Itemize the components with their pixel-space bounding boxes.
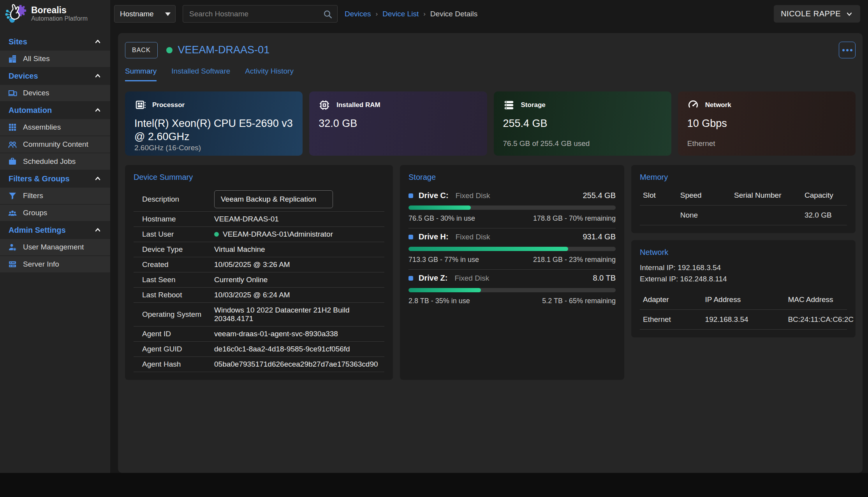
- sidebar-item-label: Community Content: [23, 140, 88, 149]
- drive-used-text: 76.5 GB - 30% in use: [408, 214, 475, 223]
- memory-col-capacity: Capacity: [801, 187, 847, 205]
- memory-col-serial: Serial Number: [731, 187, 801, 205]
- breadcrumb-devices[interactable]: Devices: [345, 10, 371, 18]
- sidebar-section-devices[interactable]: Devices: [0, 67, 110, 84]
- drive-type: Fixed Disk: [456, 191, 490, 200]
- tab-summary[interactable]: Summary: [125, 67, 157, 81]
- gauge-icon: [687, 99, 699, 111]
- sidebar-section-sites[interactable]: Sites: [0, 33, 110, 50]
- search-field-selected: Hostname: [120, 10, 154, 18]
- drive-used-text: 2.8 TB - 35% in use: [408, 297, 470, 305]
- row-label: Device Type: [142, 245, 214, 254]
- row-label: Last Seen: [142, 276, 214, 284]
- chevron-up-icon: [94, 38, 102, 46]
- sidebar-item-user-management[interactable]: User Management: [0, 239, 110, 256]
- row-value: VEEAM-DRAAS-01: [214, 215, 279, 223]
- chevron-up-icon: [94, 226, 102, 234]
- search-field-selector[interactable]: Hostname: [114, 5, 176, 23]
- breadcrumb-device-list[interactable]: Device List: [382, 10, 419, 18]
- sidebar-section-automation[interactable]: Automation: [0, 102, 110, 119]
- storage-stack-icon: [503, 99, 515, 111]
- sidebar-item-community-content[interactable]: Community Content: [0, 136, 110, 153]
- sidebar-item-groups[interactable]: Groups: [0, 204, 110, 221]
- drive-name: Drive H:: [419, 232, 449, 241]
- sidebar-item-label: Filters: [23, 191, 43, 200]
- chevron-up-icon: [94, 175, 102, 183]
- sidebar-item-filters[interactable]: Filters: [0, 187, 110, 204]
- card-label: Network: [705, 101, 731, 109]
- card-footer: 2.60GHz (16-Cores): [134, 144, 293, 152]
- section-label: Filters & Groups: [9, 174, 70, 183]
- summary-row-last-reboot: Last Reboot 10/03/2025 @ 6:24 AM: [134, 288, 384, 303]
- row-value: Windows 10 2022 Datacenter 21H2 Build 20…: [214, 306, 384, 323]
- tab-installed-software[interactable]: Installed Software: [171, 67, 230, 81]
- memory-cell-serial: [731, 205, 801, 225]
- drive-type: Fixed Disk: [454, 274, 489, 283]
- card-value: 10 Gbps: [687, 117, 846, 130]
- ram-chip-icon: [319, 99, 330, 111]
- sidebar-item-devices[interactable]: Devices: [0, 84, 110, 102]
- device-tabs: Summary Installed Software Activity Hist…: [125, 67, 856, 81]
- row-value: 10/03/2025 @ 6:24 AM: [214, 291, 290, 299]
- section-label: Admin Settings: [9, 226, 66, 235]
- section-label: Automation: [9, 106, 52, 115]
- card-value: 32.0 GB: [319, 117, 477, 130]
- chevron-up-icon: [94, 72, 102, 80]
- storage-panel-title: Storage: [408, 173, 616, 182]
- search-icon[interactable]: [323, 9, 333, 19]
- grid-icon: [8, 123, 17, 132]
- row-value: veeam-draas-01-agent-svc-8930a338: [214, 330, 338, 338]
- topbar: Hostname Devices › Device List › Device …: [110, 0, 868, 28]
- row-label: Created: [142, 260, 214, 269]
- group-icon: [8, 208, 17, 218]
- device-title-group: VEEAM-DRAAS-01: [166, 44, 270, 56]
- section-label: Devices: [9, 72, 38, 81]
- breadcrumb: Devices › Device List › Device Details: [345, 10, 477, 18]
- back-button[interactable]: BACK: [125, 42, 158, 58]
- summary-row-agent-guid: Agent GUID de16c0c1-8aa2-4d18-9585-9ce91…: [134, 342, 384, 357]
- row-value: 05ba0e7935171d626ecea29b27d7ae175363cd90: [214, 360, 378, 369]
- drive-size: 255.4 GB: [583, 191, 616, 200]
- brand-logo: Borealis Automation Platform: [0, 0, 110, 28]
- stat-cards-row: Processor Intel(R) Xeon(R) CPU E5-2690 v…: [125, 91, 856, 156]
- summary-row-description: Description: [134, 187, 384, 212]
- description-input[interactable]: [214, 190, 333, 208]
- summary-row-agent-hash: Agent Hash 05ba0e7935171d626ecea29b27d7a…: [134, 357, 384, 372]
- sidebar-item-scheduled-jobs[interactable]: Scheduled Jobs: [0, 153, 110, 170]
- memory-cell-slot: [640, 205, 677, 225]
- sidebar-nav: Sites All Sites Devices Devi: [0, 33, 110, 273]
- row-value: de16c0c1-8aa2-4d18-9585-9ce91cf056fd: [214, 345, 350, 353]
- row-label: Last Reboot: [142, 291, 214, 299]
- online-status-dot: [214, 232, 219, 237]
- devices-icon: [8, 88, 17, 98]
- drive-row-c: Drive C: Fixed Disk 255.4 GB 76.5 GB - 3…: [408, 187, 616, 228]
- device-details-panel: BACK VEEAM-DRAAS-01 Summary Installed So…: [118, 33, 863, 473]
- funnel-icon: [8, 191, 17, 200]
- main-wrap: BACK VEEAM-DRAAS-01 Summary Installed So…: [110, 28, 868, 473]
- sidebar-item-label: Scheduled Jobs: [23, 157, 76, 166]
- content-region: Hostname Devices › Device List › Device …: [110, 0, 868, 473]
- row-value: Currently Online: [214, 276, 268, 284]
- drive-type: Fixed Disk: [456, 233, 490, 241]
- card-footer: 76.5 GB of 255.4 GB used: [503, 139, 662, 148]
- sidebar-section-filters-groups[interactable]: Filters & Groups: [0, 170, 110, 187]
- network-cell-adapter: Ethernet: [640, 309, 702, 330]
- sidebar-item-assemblies[interactable]: Assemblies: [0, 119, 110, 136]
- tab-activity-history[interactable]: Activity History: [245, 67, 294, 81]
- external-ip-value: 162.248.8.114: [680, 275, 727, 283]
- sidebar-item-server-info[interactable]: Server Info: [0, 256, 110, 273]
- breadcrumb-separator: ›: [423, 10, 426, 18]
- user-menu-button[interactable]: NICOLE RAPPE: [774, 5, 860, 23]
- sidebar-section-admin-settings[interactable]: Admin Settings: [0, 221, 110, 239]
- internal-ip-line: Internal IP: 192.168.3.54: [640, 262, 847, 274]
- sidebar-item-label: All Sites: [23, 54, 50, 63]
- chevron-down-icon: [845, 10, 853, 18]
- search-input[interactable]: [183, 5, 337, 22]
- brand-text: Borealis Automation Platform: [31, 5, 88, 22]
- drive-usage-bar: [408, 288, 616, 292]
- drive-remaining-text: 178.8 GB - 70% remaining: [533, 214, 616, 223]
- more-actions-button[interactable]: [839, 42, 856, 58]
- summary-row-last-seen: Last Seen Currently Online: [134, 272, 384, 288]
- sidebar-item-all-sites[interactable]: All Sites: [0, 50, 110, 67]
- brand-tagline: Automation Platform: [31, 15, 88, 22]
